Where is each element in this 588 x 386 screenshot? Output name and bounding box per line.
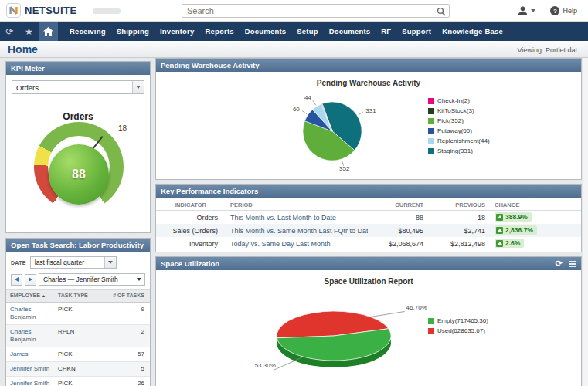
shortcuts-button[interactable]: ★ [19, 22, 39, 41]
kpi-meter-portlet-header[interactable]: KPI Meter [6, 62, 150, 75]
task-count-cell: 5 [97, 365, 146, 373]
legend-label: Empty(717465.36) [437, 317, 488, 324]
global-search [182, 4, 450, 18]
task-row: JamesPICK57 [6, 347, 150, 362]
user-menu-button[interactable] [518, 6, 535, 15]
nav-item-knowledge-base[interactable]: Knowledge Base [437, 22, 508, 41]
employee-range-select[interactable]: Charles — Jennifer Smith [39, 273, 145, 286]
legend-item: Check-In(2) [428, 97, 490, 104]
legend-swatch-icon [428, 138, 434, 144]
nav-item-documents[interactable]: Documents [240, 22, 292, 41]
legend-swatch-icon [428, 318, 434, 324]
nav-item-documents[interactable]: Documents [324, 22, 376, 41]
topbar: NETSUITE ? Help [0, 0, 588, 22]
task-employee-link[interactable]: Jennifer Smith [10, 365, 58, 373]
recent-records-button[interactable]: ⟳ [0, 22, 19, 41]
kpi-period: This Month vs. Same Month Last FQtr to D… [229, 227, 368, 235]
select-caret-button [132, 81, 144, 93]
gauge-title: Orders [6, 111, 150, 122]
kpi-row: InventoryToday vs. Same Day Last Month$2… [156, 237, 581, 250]
task-employee-link[interactable]: Jennifer Smith [10, 380, 58, 386]
home-icon [43, 27, 53, 36]
task-table-body: Charles BenjaminPICK9Charles BenjaminRPL… [6, 303, 150, 386]
search-input[interactable] [182, 5, 449, 17]
arrow-left-icon [15, 277, 19, 282]
task-type-cell: PICK [58, 306, 97, 313]
pie-callout-label: 60 [293, 106, 300, 113]
column-header-task-count[interactable]: # OF TASKS [97, 293, 146, 300]
gauge-previous-value: 18 [118, 124, 127, 133]
employee-range-value: Charles — Jennifer Smith [39, 276, 137, 283]
legend-swatch-icon [428, 128, 434, 134]
portlet-title: Pending Warehouse Activity [161, 61, 260, 69]
select-caret-button [104, 257, 116, 268]
kpi-select-value: Orders [12, 83, 132, 92]
space-utilization-portlet: Space Utilization ⟳ Space Utilization Re… [155, 256, 582, 386]
portlet-title: Key Performance Indicators [161, 187, 258, 195]
legend-label: Pick(352) [437, 117, 464, 124]
nav-item-support[interactable]: Support [396, 22, 437, 41]
kpi-current-value[interactable]: $80,495 [368, 227, 423, 235]
kpi-indicator: Sales (Orders) [161, 227, 229, 235]
kpi-current-value[interactable]: 88 [368, 214, 423, 222]
kpi-period: This Month vs. Last Month to Date [229, 214, 368, 222]
nav-menu: ReceivingShippingInventoryReportsDocumen… [64, 22, 508, 41]
kpi-change-cell: 2.6% [485, 239, 576, 249]
kpi-table-body: OrdersThis Month vs. Last Month to Date8… [156, 211, 581, 250]
arrow-right-icon [29, 277, 32, 282]
next-page-button[interactable] [25, 274, 36, 286]
task-table: EMPLOYEE▲TASK TYPE# OF TASKS Charles Ben… [6, 290, 150, 386]
kpi-portlet-header[interactable]: Key Performance Indicators [156, 185, 581, 198]
kpi-current-value[interactable]: $2,068,674 [368, 240, 423, 248]
pending-activity-portlet-header[interactable]: Pending Warehouse Activity [156, 59, 581, 72]
pie-leader-line [313, 100, 316, 105]
column-header-indicator: INDICATOR [161, 201, 229, 208]
legend-item: Staging(331) [428, 147, 490, 154]
arrow-up-icon [496, 240, 503, 247]
prev-page-button[interactable] [11, 274, 22, 286]
netsuite-logo[interactable]: NETSUITE [6, 3, 76, 18]
portlet-menu-icon[interactable] [569, 261, 576, 267]
nav-item-receiving[interactable]: Receiving [64, 22, 111, 41]
legend-label: Used(628635.67) [437, 327, 485, 334]
legend-item: KitToStock(3) [428, 107, 490, 114]
arrow-up-icon [496, 227, 503, 234]
nav-item-setup[interactable]: Setup [291, 22, 323, 41]
column-header-period: PERIOD [229, 201, 368, 208]
portlet-header-icons: ⟳ [556, 257, 576, 270]
legend-label: Check-In(2) [437, 97, 470, 104]
kpi-select[interactable]: Orders [12, 80, 144, 94]
column-header-task-type[interactable]: TASK TYPE [58, 293, 97, 300]
sort-asc-icon: ▲ [42, 293, 46, 298]
nav-item-rf[interactable]: RF [376, 22, 396, 41]
task-employee-link[interactable]: Charles Benjamin [10, 328, 58, 344]
task-search-portlet-header[interactable]: Open Task Search: Labor Productivity [6, 239, 150, 252]
legend-swatch-icon [428, 118, 434, 124]
date-range-select[interactable]: last fiscal quarter [30, 256, 117, 269]
home-button[interactable] [39, 22, 58, 41]
help-icon: ? [550, 6, 559, 15]
nav-item-reports[interactable]: Reports [199, 22, 239, 41]
page-title: Home [8, 43, 38, 56]
task-employee-link[interactable]: James [10, 350, 58, 358]
viewing-selector[interactable]: Viewing: Portlet dat [518, 46, 577, 54]
task-type-cell: RPLN [58, 328, 97, 336]
kpi-table: INDICATORPERIODCURRENTPREVIOUSCHANGE Ord… [156, 199, 581, 250]
column-header-current: CURRENT [368, 201, 423, 208]
gauge-value-bubble[interactable]: 88 [49, 144, 109, 205]
task-type-cell: PICK [58, 380, 97, 386]
legend-item: Putaway(60) [428, 127, 490, 134]
scrollbar[interactable] [583, 46, 588, 386]
help-button[interactable]: ? Help [550, 6, 577, 15]
space-pie-svg: 46.70%53.30% [233, 288, 488, 386]
nav-item-inventory[interactable]: Inventory [155, 22, 200, 41]
refresh-icon[interactable]: ⟳ [556, 257, 563, 270]
task-type-cell: PICK [58, 350, 97, 358]
account-label [93, 8, 121, 14]
nav-item-shipping[interactable]: Shipping [111, 22, 155, 41]
column-header-employee[interactable]: EMPLOYEE▲ [10, 293, 58, 300]
task-employee-link[interactable]: Charles Benjamin [10, 306, 58, 321]
space-utilization-portlet-header[interactable]: Space Utilization ⟳ [156, 257, 581, 270]
search-icon[interactable] [437, 7, 446, 16]
change-badge: 388.9% [495, 212, 532, 222]
